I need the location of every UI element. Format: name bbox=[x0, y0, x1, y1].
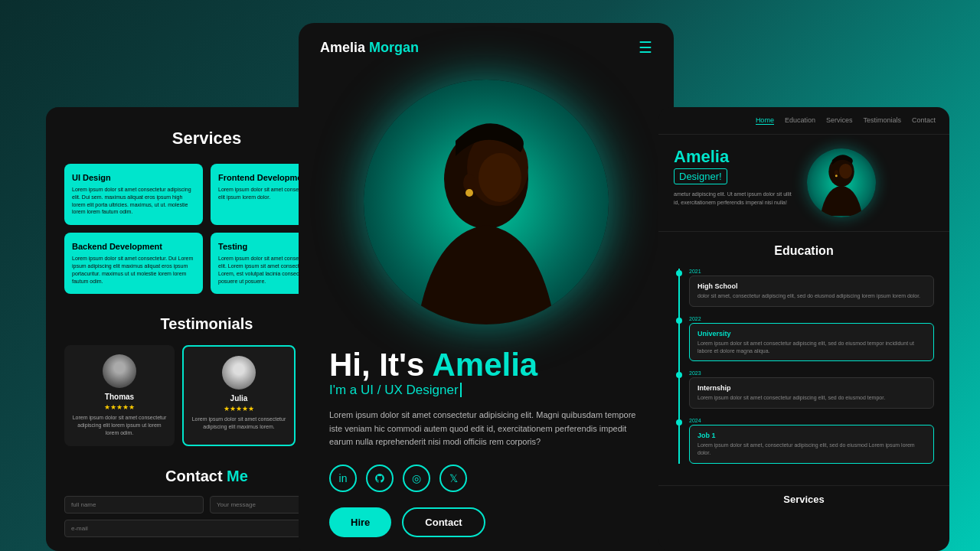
instagram-icon[interactable]: ◎ bbox=[403, 465, 430, 492]
tl-highschool-desc: dolor sit amet, consectetur adipiscing e… bbox=[697, 292, 926, 300]
linkedin-icon[interactable]: in bbox=[329, 465, 357, 492]
svg-point-4 bbox=[466, 189, 473, 197]
timeline-dot-4 bbox=[676, 419, 682, 425]
hi-text: Hi, It's Amelia bbox=[329, 347, 643, 383]
hero-description: Lorem ipsum dolor sit amet consectetur a… bbox=[329, 409, 643, 449]
timeline-internship: 2023 Internship Lorem ipsum dolor sit am… bbox=[689, 370, 934, 409]
hamburger-icon[interactable]: ☰ bbox=[639, 38, 652, 57]
tl-university-desc: Lorem ipsum dolor sit amet consectetur a… bbox=[697, 340, 926, 355]
svg-point-6 bbox=[839, 164, 852, 178]
tl-card-university: University Lorem ipsum dolor sit amet co… bbox=[689, 323, 934, 362]
avatar-julia bbox=[222, 356, 256, 390]
right-hero-avatar bbox=[807, 148, 876, 217]
timeline-dot-1 bbox=[676, 270, 682, 276]
timeline-highschool: 2021 High School dolor sit amet, consect… bbox=[689, 269, 934, 307]
full-name-input[interactable] bbox=[64, 496, 204, 514]
center-header: Amelia Morgan ☰ bbox=[299, 23, 674, 72]
tl-card-job1: Job 1 Lorem ipsum dolor sit amet, consec… bbox=[689, 425, 934, 464]
nav-home[interactable]: Home bbox=[756, 116, 774, 125]
service-card-ui: UI Design Lorem ipsum dolor sit amet con… bbox=[64, 164, 203, 225]
tl-year-2: 2022 bbox=[689, 316, 934, 321]
testimonial-thomas-name: Thomas bbox=[105, 393, 134, 401]
tl-job1-desc: Lorem ipsum dolor sit amet, consectetur … bbox=[697, 442, 926, 457]
service-card-backend: Backend Development Lorem ipsum dolor si… bbox=[64, 233, 203, 294]
testimonial-julia-stars: ★★★★★ bbox=[224, 405, 254, 412]
hire-button[interactable]: Hire bbox=[329, 507, 391, 537]
right-hero: Amelia Designer! ametur adipiscing elit.… bbox=[658, 135, 949, 232]
timeline-dot-3 bbox=[676, 372, 682, 378]
testimonial-julia: Julia ★★★★★ Lorem ipsum dolor sit amet c… bbox=[182, 345, 296, 445]
social-icons: in ◎ 𝕏 bbox=[329, 465, 643, 492]
testimonial-thomas: Thomas ★★★★★ Lorem ipsum dolor sit amet … bbox=[64, 345, 175, 445]
testimonial-thomas-text: Lorem ipsum dolor sit amet consectetur a… bbox=[72, 414, 167, 436]
tl-card-internship: Internship Lorem ipsum dolor sit amet co… bbox=[689, 377, 934, 409]
right-nav: Home Education Services Testimonials Con… bbox=[658, 107, 949, 135]
timeline-university: 2022 University Lorem ipsum dolor sit am… bbox=[689, 316, 934, 362]
right-hero-name: Amelia bbox=[674, 148, 796, 165]
center-panel: Amelia Morgan ☰ Hi, It's Amelia I'm a UI… bbox=[299, 23, 674, 551]
subtitle: I'm a UI / UX Designer bbox=[329, 383, 643, 398]
hero-circle bbox=[364, 80, 609, 324]
education-title: Education bbox=[674, 244, 934, 258]
testimonial-julia-text: Lorem ipsum dolor sit amet consectetur a… bbox=[191, 416, 286, 431]
nav-education[interactable]: Education bbox=[785, 116, 815, 125]
twitter-icon[interactable]: 𝕏 bbox=[439, 465, 467, 492]
hero-content: Hi, It's Amelia I'm a UI / UX Designer L… bbox=[299, 324, 674, 551]
right-panel: Home Education Services Testimonials Con… bbox=[658, 107, 949, 551]
nav-testimonials[interactable]: Testimonials bbox=[863, 116, 901, 125]
tl-highschool-title: High School bbox=[697, 282, 926, 290]
education-timeline: 2021 High School dolor sit amet, consect… bbox=[674, 269, 934, 464]
timeline-dot-2 bbox=[676, 318, 682, 324]
services-bottom: Services bbox=[658, 485, 949, 519]
testimonial-thomas-stars: ★★★★★ bbox=[104, 403, 135, 411]
right-hero-text: Amelia Designer! ametur adipiscing elit.… bbox=[674, 148, 796, 207]
svg-point-8 bbox=[835, 174, 838, 177]
tl-year-3: 2023 bbox=[689, 370, 934, 376]
brand-name: Amelia Morgan bbox=[320, 40, 419, 56]
nav-contact[interactable]: Contact bbox=[912, 116, 936, 125]
right-hero-desc: ametur adipiscing elit. Ut amet ipsum do… bbox=[674, 191, 796, 207]
service-card-ui-desc: Lorem ipsum dolor sit amet consectetur a… bbox=[72, 186, 195, 216]
tl-year-1: 2021 bbox=[689, 269, 934, 274]
testimonial-julia-name: Julia bbox=[230, 394, 248, 403]
services-bottom-title: Services bbox=[674, 494, 934, 505]
contact-button[interactable]: Contact bbox=[402, 507, 485, 537]
action-buttons: Hire Contact bbox=[329, 507, 643, 537]
tl-year-4: 2024 bbox=[689, 418, 934, 423]
service-card-ui-title: UI Design bbox=[72, 173, 195, 182]
right-hero-role: Designer! bbox=[674, 168, 727, 184]
nav-services[interactable]: Services bbox=[826, 116, 853, 125]
github-icon[interactable] bbox=[366, 465, 394, 492]
service-card-backend-title: Backend Development bbox=[72, 242, 195, 251]
tl-internship-title: Internship bbox=[697, 384, 926, 392]
avatar-thomas bbox=[103, 354, 136, 388]
tl-internship-desc: Lorem ipsum dolor sit amet consectetur a… bbox=[697, 394, 926, 402]
tl-university-title: University bbox=[697, 330, 926, 337]
service-card-backend-desc: Lorem ipsum dolor sit amet consectetur. … bbox=[72, 255, 195, 285]
tl-job1-title: Job 1 bbox=[697, 432, 926, 439]
svg-point-2 bbox=[479, 153, 521, 202]
timeline-job1: 2024 Job 1 Lorem ipsum dolor sit amet, c… bbox=[689, 418, 934, 464]
tl-card-highschool: High School dolor sit amet, consectetur … bbox=[689, 276, 934, 307]
hero-silhouette bbox=[387, 110, 586, 324]
education-section: Education 2021 High School dolor sit ame… bbox=[658, 232, 949, 485]
